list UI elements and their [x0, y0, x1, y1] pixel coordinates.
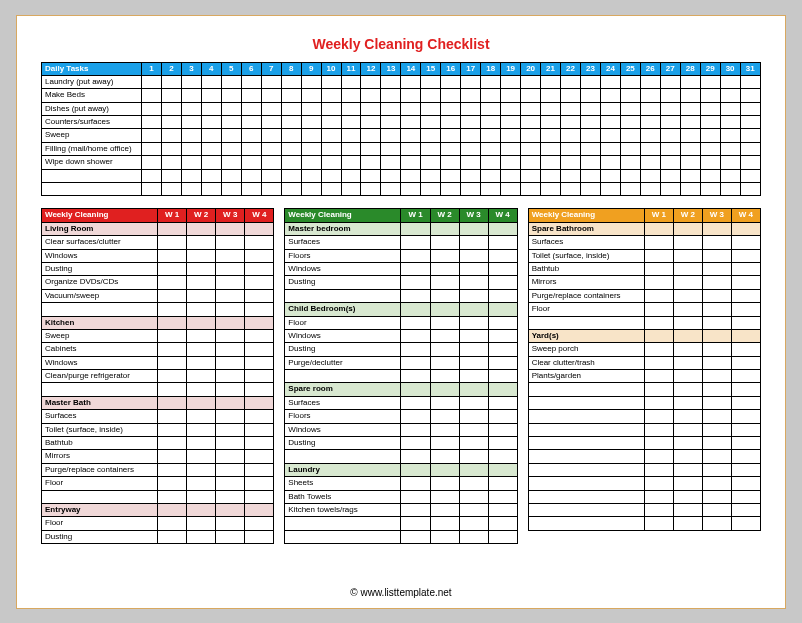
- weekly-cell[interactable]: [158, 423, 187, 436]
- weekly-cell[interactable]: [158, 437, 187, 450]
- daily-cell[interactable]: [261, 75, 281, 88]
- weekly-cell[interactable]: [401, 236, 430, 249]
- daily-cell[interactable]: [521, 169, 541, 182]
- daily-cell[interactable]: [700, 156, 720, 169]
- daily-cell[interactable]: [600, 116, 620, 129]
- daily-cell[interactable]: [600, 156, 620, 169]
- daily-cell[interactable]: [680, 75, 700, 88]
- daily-cell[interactable]: [461, 89, 481, 102]
- daily-cell[interactable]: [580, 75, 600, 88]
- daily-cell[interactable]: [401, 169, 421, 182]
- daily-cell[interactable]: [620, 116, 640, 129]
- daily-cell[interactable]: [241, 142, 261, 155]
- daily-cell[interactable]: [660, 102, 680, 115]
- daily-cell[interactable]: [720, 142, 740, 155]
- daily-cell[interactable]: [221, 169, 241, 182]
- weekly-cell[interactable]: [187, 437, 216, 450]
- daily-cell[interactable]: [461, 156, 481, 169]
- weekly-cell[interactable]: [245, 249, 274, 262]
- weekly-cell[interactable]: [731, 289, 760, 302]
- daily-cell[interactable]: [221, 116, 241, 129]
- daily-cell[interactable]: [221, 102, 241, 115]
- daily-cell[interactable]: [580, 169, 600, 182]
- daily-cell[interactable]: [481, 75, 501, 88]
- daily-cell[interactable]: [660, 89, 680, 102]
- weekly-cell[interactable]: [673, 450, 702, 463]
- weekly-cell[interactable]: [702, 450, 731, 463]
- weekly-cell[interactable]: [430, 477, 459, 490]
- daily-cell[interactable]: [461, 116, 481, 129]
- daily-cell[interactable]: [181, 142, 201, 155]
- daily-cell[interactable]: [261, 169, 281, 182]
- weekly-cell[interactable]: [158, 517, 187, 530]
- daily-cell[interactable]: [600, 75, 620, 88]
- daily-cell[interactable]: [441, 183, 461, 196]
- weekly-cell[interactable]: [459, 276, 488, 289]
- daily-cell[interactable]: [660, 116, 680, 129]
- weekly-cell[interactable]: [245, 370, 274, 383]
- daily-cell[interactable]: [281, 183, 301, 196]
- weekly-cell[interactable]: [702, 396, 731, 409]
- weekly-cell[interactable]: [401, 410, 430, 423]
- daily-cell[interactable]: [361, 75, 381, 88]
- daily-cell[interactable]: [341, 102, 361, 115]
- daily-cell[interactable]: [660, 169, 680, 182]
- weekly-cell[interactable]: [459, 437, 488, 450]
- daily-cell[interactable]: [660, 142, 680, 155]
- daily-cell[interactable]: [521, 102, 541, 115]
- daily-cell[interactable]: [241, 129, 261, 142]
- weekly-cell[interactable]: [245, 276, 274, 289]
- daily-cell[interactable]: [600, 169, 620, 182]
- daily-cell[interactable]: [680, 102, 700, 115]
- daily-cell[interactable]: [680, 89, 700, 102]
- daily-cell[interactable]: [381, 116, 401, 129]
- daily-cell[interactable]: [521, 75, 541, 88]
- weekly-cell[interactable]: [459, 356, 488, 369]
- daily-cell[interactable]: [501, 156, 521, 169]
- daily-cell[interactable]: [161, 75, 181, 88]
- daily-cell[interactable]: [142, 156, 162, 169]
- daily-cell[interactable]: [241, 169, 261, 182]
- weekly-cell[interactable]: [673, 370, 702, 383]
- daily-cell[interactable]: [261, 183, 281, 196]
- daily-cell[interactable]: [481, 183, 501, 196]
- weekly-cell[interactable]: [459, 530, 488, 543]
- weekly-cell[interactable]: [430, 236, 459, 249]
- daily-cell[interactable]: [541, 102, 561, 115]
- daily-cell[interactable]: [301, 183, 321, 196]
- daily-cell[interactable]: [401, 89, 421, 102]
- daily-cell[interactable]: [361, 156, 381, 169]
- weekly-cell[interactable]: [673, 343, 702, 356]
- weekly-cell[interactable]: [401, 517, 430, 530]
- weekly-cell[interactable]: [158, 463, 187, 476]
- daily-cell[interactable]: [680, 129, 700, 142]
- daily-cell[interactable]: [740, 169, 760, 182]
- weekly-cell[interactable]: [401, 276, 430, 289]
- weekly-cell[interactable]: [187, 329, 216, 342]
- daily-cell[interactable]: [241, 183, 261, 196]
- weekly-cell[interactable]: [731, 517, 760, 530]
- daily-cell[interactable]: [281, 156, 301, 169]
- daily-cell[interactable]: [740, 142, 760, 155]
- weekly-cell[interactable]: [245, 450, 274, 463]
- weekly-cell[interactable]: [644, 490, 673, 503]
- daily-cell[interactable]: [181, 102, 201, 115]
- daily-cell[interactable]: [341, 129, 361, 142]
- weekly-cell[interactable]: [488, 504, 517, 517]
- daily-cell[interactable]: [501, 142, 521, 155]
- weekly-cell[interactable]: [158, 477, 187, 490]
- daily-cell[interactable]: [181, 75, 201, 88]
- daily-cell[interactable]: [600, 183, 620, 196]
- weekly-cell[interactable]: [187, 276, 216, 289]
- daily-cell[interactable]: [720, 169, 740, 182]
- weekly-cell[interactable]: [216, 343, 245, 356]
- daily-cell[interactable]: [461, 183, 481, 196]
- weekly-cell[interactable]: [245, 289, 274, 302]
- weekly-cell[interactable]: [488, 356, 517, 369]
- weekly-cell[interactable]: [644, 463, 673, 476]
- weekly-cell[interactable]: [673, 236, 702, 249]
- weekly-cell[interactable]: [158, 262, 187, 275]
- daily-cell[interactable]: [740, 75, 760, 88]
- weekly-cell[interactable]: [158, 236, 187, 249]
- weekly-cell[interactable]: [488, 517, 517, 530]
